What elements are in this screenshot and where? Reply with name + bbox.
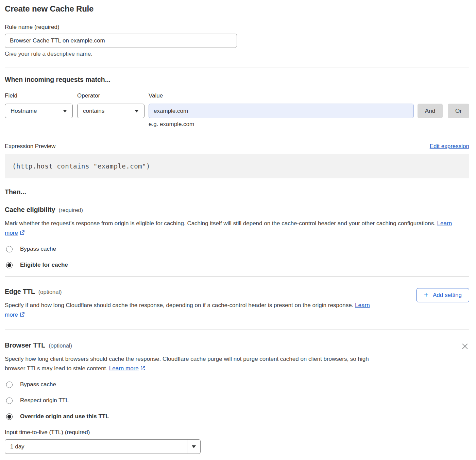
radio-eligible-for-cache[interactable]: Eligible for cache [5,262,469,268]
learn-more-link[interactable]: Learn more [109,365,139,372]
operator-select-value: contains [83,108,104,114]
edge-ttl-title: Edge TTL [5,288,35,296]
chevron-down-icon [63,110,67,112]
cache-eligibility-description: Mark whether the request’s response from… [5,219,462,238]
expression-preview-label: Expression Preview [5,143,55,150]
radio-circle[interactable] [6,397,13,404]
field-select-value: Hostname [11,108,37,114]
ttl-select-value: 1 day [5,440,187,454]
field-label: Field [5,92,73,99]
value-input[interactable] [149,104,414,118]
section-divider [5,276,469,277]
radio-circle-selected[interactable] [6,262,13,268]
external-link-icon [19,229,25,238]
expression-preview-code: (http.host contains "example.com") [5,154,469,178]
page-title: Create new Cache Rule [5,4,469,14]
section-divider [5,330,469,330]
edge-ttl-description: Specify if and how long Cloudflare shoul… [5,301,380,320]
required-label: (required) [58,207,83,213]
remove-browser-ttl-button[interactable] [461,342,469,352]
optional-label: (optional) [38,289,62,295]
radio-override-origin-ttl[interactable]: Override origin and use this TTL [5,413,469,420]
external-link-icon [140,365,146,374]
rule-name-input[interactable] [5,34,237,48]
ttl-select-arrow[interactable] [187,440,200,454]
radio-respect-origin-ttl[interactable]: Respect origin TTL [5,397,469,404]
then-heading: Then... [5,188,469,196]
operator-select[interactable]: contains [77,104,144,118]
radio-circle[interactable] [6,246,13,252]
match-heading: When incoming requests match... [5,76,469,84]
optional-label: (optional) [49,342,72,349]
browser-ttl-title: Browser TTL [5,341,45,349]
value-help: e.g. example.com [149,121,414,128]
chevron-down-icon [192,445,196,448]
rule-name-label: Rule name (required) [5,24,469,31]
operator-label: Operator [77,92,144,99]
ttl-input-label: Input time-to-live (TTL) (required) [5,429,469,436]
value-label: Value [149,92,414,99]
and-button[interactable]: And [418,104,443,118]
radio-browser-bypass-cache[interactable]: Bypass cache [5,381,469,388]
radio-circle[interactable] [6,382,13,388]
section-divider [5,68,469,68]
edit-expression-link[interactable]: Edit expression [430,143,469,150]
plus-icon: + [424,291,428,299]
close-icon [461,343,469,350]
field-select[interactable]: Hostname [5,104,73,118]
match-expression-row: Field Hostname Operator contains Value e… [5,92,469,128]
browser-ttl-description: Specify how long client browsers should … [5,354,380,374]
add-setting-button[interactable]: + Add setting [417,288,469,302]
rule-name-help: Give your rule a descriptive name. [5,51,469,57]
radio-bypass-cache[interactable]: Bypass cache [5,246,469,252]
radio-circle-selected[interactable] [6,413,13,420]
cache-eligibility-title: Cache eligibility [5,206,55,214]
external-link-icon [19,311,25,320]
chevron-down-icon [135,110,139,112]
ttl-select[interactable]: 1 day [5,439,201,454]
or-button[interactable]: Or [448,104,469,118]
